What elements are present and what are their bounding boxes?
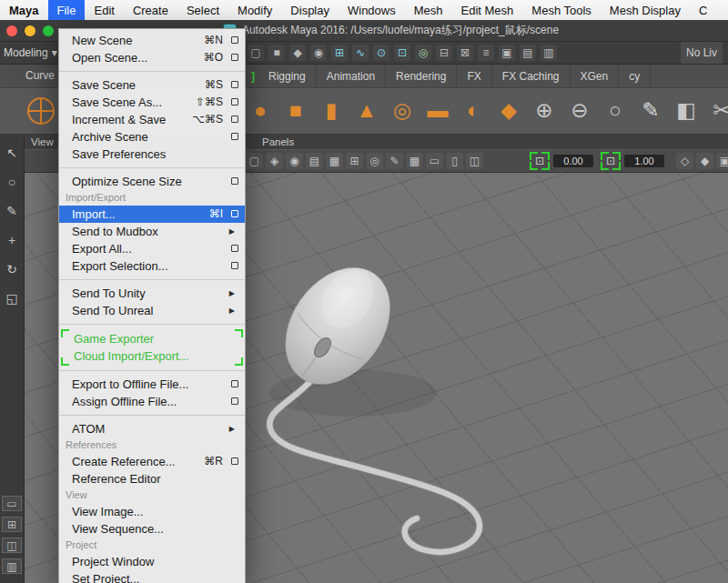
menubar-item-windows[interactable]: Windows [339, 0, 405, 20]
polygon-torus-icon[interactable]: ◎ [388, 93, 417, 127]
input-connections-icon[interactable]: ⊟ [436, 45, 452, 61]
scale-tool[interactable]: ◱ [3, 289, 21, 307]
menubar-item-mesh-tools[interactable]: Mesh Tools [522, 0, 601, 20]
menu-item-new-scene[interactable]: New Scene⌘N [59, 32, 245, 49]
mirror-icon[interactable]: ◧ [672, 93, 701, 127]
menu-item-save-scene-as[interactable]: Save Scene As...⇧⌘S [59, 94, 245, 111]
menubar-item-edit-mesh[interactable]: Edit Mesh [452, 0, 523, 20]
exposure-field[interactable]: 0.00 [553, 155, 593, 167]
film-gate-icon[interactable]: ▭ [426, 153, 443, 169]
render-settings-icon[interactable]: ▥ [541, 45, 557, 61]
separate-icon[interactable]: ⊖ [565, 93, 594, 127]
select-tool[interactable]: ↖ [3, 144, 21, 162]
gamma-field-icon[interactable]: ⊡ [601, 152, 621, 170]
snap-to-grid-icon[interactable]: ⊞ [331, 45, 348, 61]
select-hierarchy-icon[interactable]: ▢ [248, 45, 264, 61]
shelf-tab-rendering[interactable]: Rendering [386, 65, 457, 87]
minimize-button[interactable] [25, 25, 35, 36]
menubar-item-mesh[interactable]: Mesh [405, 0, 452, 20]
snap-to-curve-icon[interactable]: ∿ [352, 45, 369, 61]
menu-item-export-to-offline-file[interactable]: Export to Offline File... [59, 376, 245, 393]
lasso-select-tool[interactable]: ○ [3, 173, 21, 191]
menubar-item-create[interactable]: Create [124, 0, 177, 20]
snap-to-plane-icon[interactable]: ⊡ [394, 45, 410, 61]
zoom-button[interactable] [43, 25, 54, 36]
menu-item-create-reference[interactable]: Create Reference...⌘R [59, 453, 245, 470]
shaded-icon[interactable]: ◆ [696, 153, 713, 169]
platonic-solid-icon[interactable]: ◆ [494, 93, 523, 127]
menu-item-export-all[interactable]: Export All... [59, 240, 245, 257]
highlight-selection-icon[interactable]: ◉ [310, 45, 327, 61]
menu-item-cloud-import-export[interactable]: Cloud Import/Export... [61, 347, 243, 365]
textured-icon[interactable]: ▣ [716, 153, 728, 169]
option-box[interactable] [231, 36, 238, 44]
lock-camera-icon[interactable]: ◈ [266, 153, 283, 169]
option-box[interactable] [231, 457, 238, 465]
rotate-tool[interactable]: ↻ [3, 260, 21, 278]
sphere-globe-icon[interactable] [27, 97, 55, 125]
menu-item-project-window[interactable]: Project Window [59, 553, 245, 570]
smooth-icon[interactable]: ○ [601, 93, 630, 127]
oversampling-icon[interactable]: ◎ [366, 153, 383, 169]
camera-attributes-icon[interactable]: ◉ [286, 153, 303, 169]
option-box[interactable] [231, 245, 238, 252]
shelf-tab-xgen[interactable]: XGen [571, 65, 620, 87]
menu-item-game-exporter[interactable]: Game Exporter [61, 330, 243, 347]
menubar-item-c[interactable]: C [690, 0, 716, 20]
polygon-plane-icon[interactable]: ▬ [423, 93, 452, 127]
four-pane-layout-button[interactable]: ⊞ [2, 517, 22, 532]
shelf-tab-animation[interactable]: Animation [317, 65, 386, 87]
panel-menu-panels[interactable]: Panels [262, 135, 294, 149]
two-pane-layout-button[interactable]: ◫ [2, 538, 22, 553]
menu-item-optimize-scene-size[interactable]: Optimize Scene Size [59, 173, 245, 190]
select-camera-icon[interactable]: ▢ [246, 153, 263, 169]
polygon-cube-icon[interactable]: ■ [281, 93, 310, 127]
option-box[interactable] [231, 210, 238, 217]
option-box[interactable] [231, 262, 238, 269]
output-connections-icon[interactable]: ⊠ [457, 45, 473, 61]
menubar-item-maya[interactable]: Maya [0, 0, 48, 20]
no-live-surface-button[interactable]: No Liv [681, 42, 723, 64]
option-box[interactable] [231, 380, 238, 387]
menu-set-selector[interactable]: Modeling ▾ [4, 42, 57, 64]
menu-item-assign-offline-file[interactable]: Assign Offline File... [59, 393, 245, 410]
menubar-item-modify[interactable]: Modify [228, 0, 281, 20]
menu-item-archive-scene[interactable]: Archive Scene [59, 128, 245, 146]
shelf-tab-fx[interactable]: FX [457, 65, 491, 87]
paint-select-tool[interactable]: ✎ [3, 202, 21, 220]
polygon-sphere-icon[interactable]: ● [246, 93, 275, 127]
menu-item-set-project[interactable]: Set Project... [59, 570, 245, 583]
resolution-gate-icon[interactable]: ▯ [446, 153, 463, 169]
make-live-icon[interactable]: ◎ [415, 45, 431, 61]
menu-item-export-selection[interactable]: Export Selection... [59, 257, 245, 275]
bookmark-icon[interactable]: ▤ [306, 153, 323, 169]
menu-item-send-to-unreal[interactable]: Send To Unreal▶ [59, 302, 245, 319]
polygon-cylinder-icon[interactable]: ▮ [317, 93, 346, 127]
polygon-cone-icon[interactable]: ▲ [352, 93, 381, 127]
menu-item-view-sequence[interactable]: View Sequence... [59, 520, 245, 538]
wireframe-icon[interactable]: ◇ [676, 153, 693, 169]
pencil-curve-icon[interactable]: ✎ [636, 93, 665, 127]
snap-to-point-icon[interactable]: ⊙ [373, 45, 389, 61]
menubar-item-edit[interactable]: Edit [85, 0, 123, 20]
combine-icon[interactable]: ⊕ [530, 93, 559, 127]
menu-item-atom[interactable]: ATOM▶ [59, 420, 245, 437]
option-box[interactable] [231, 54, 238, 61]
ipr-render-icon[interactable]: ▤ [520, 45, 536, 61]
shelf-tab-fx-caching[interactable]: FX Caching [492, 65, 571, 87]
single-pane-layout-button[interactable]: ▭ [2, 496, 22, 511]
render-current-frame-icon[interactable]: ▣ [499, 45, 515, 61]
multi-cut-icon[interactable]: ✂ [707, 93, 728, 127]
option-box[interactable] [231, 397, 238, 405]
persp-outliner-layout-button[interactable]: ▥ [2, 558, 22, 574]
menu-item-increment-save[interactable]: Increment & Save⌥⌘S [59, 111, 245, 128]
gate-mask-icon[interactable]: ◫ [466, 153, 483, 169]
menubar-item-select[interactable]: Select [177, 0, 228, 20]
option-box[interactable] [231, 116, 238, 123]
menu-item-send-to-mudbox[interactable]: Send to Mudbox▶ [59, 223, 245, 240]
shelf-tab-curves[interactable]: Curve [25, 65, 55, 87]
menubar-item-mesh-display[interactable]: Mesh Display [601, 0, 690, 20]
image-plane-icon[interactable]: ▦ [326, 153, 343, 169]
option-box[interactable] [231, 81, 238, 88]
option-box[interactable] [231, 177, 238, 185]
